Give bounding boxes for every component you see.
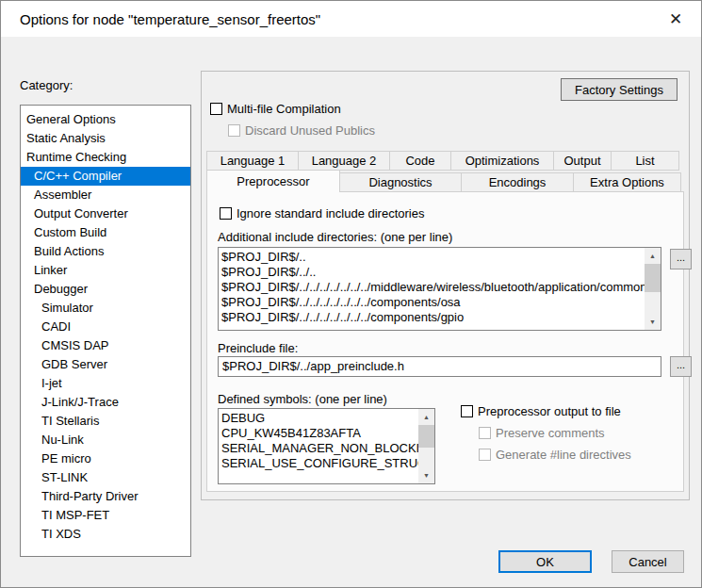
preprocessor-output-checkbox[interactable]: Preprocessor output to file [461,404,621,418]
category-item-c-c-compiler[interactable]: C/C++ Compiler [21,167,190,186]
category-item-ti-msp-fet[interactable]: TI MSP-FET [21,506,190,525]
preinclude-file-input[interactable]: $PROJ_DIR$/../app_preinclude.h [218,356,661,377]
dialog-title: Options for node "temperature_sensor_fre… [20,11,320,27]
include-dirs-label: Additional include directories: (one per… [218,230,452,244]
include-dirs-listbox[interactable]: ▲ ▼ $PROJ_DIR$/..$PROJ_DIR$/../..$PROJ_D… [218,247,661,331]
ignore-standard-include-checkbox[interactable]: Ignore standard include directories [220,206,424,220]
defined-symbol-row[interactable]: SERIAL_USE_CONFIGURE_STRUCTURE [219,456,418,471]
defined-symbols-listbox[interactable]: ▲ ▼ DEBUGCPU_KW45B41Z83AFTASERIAL_MANAGE… [218,408,435,484]
category-item-assembler[interactable]: Assembler [21,186,190,204]
tab-row-2: PreprocessorDiagnosticsEncodingsExtra Op… [206,171,684,192]
category-item-cadi[interactable]: CADI [21,318,190,336]
include-dir-row[interactable]: $PROJ_DIR$/../../../../../../../componen… [219,310,645,325]
discard-unused-publics-checkbox: Discard Unused Publics [228,123,375,138]
scroll-down-icon[interactable]: ▼ [645,314,661,330]
category-item-output-converter[interactable]: Output Converter [21,204,190,223]
ignore-standard-include-label: Ignore standard include directories [237,206,424,220]
category-item-simulator[interactable]: Simulator [21,299,190,318]
preinclude-file-label: Preinclude file: [218,341,298,355]
category-list: General OptionsStatic AnalysisRuntime Ch… [20,105,191,557]
defined-symbols-label: Defined symbols: (one per line) [218,392,387,406]
generate-line-directives-label: Generate #line directives [496,448,631,462]
category-item-ti-stellaris[interactable]: TI Stellaris [21,412,190,431]
browse-include-dirs-button[interactable]: ... [670,249,692,270]
options-dialog: Options for node "temperature_sensor_fre… [0,0,702,588]
preserve-comments-label: Preserve comments [496,426,605,440]
tab-row-1: Language 1Language 2CodeOptimizationsOut… [206,151,684,171]
factory-settings-button[interactable]: Factory Settings [561,78,678,101]
tab-extra-options[interactable]: Extra Options [573,172,681,192]
tab-output[interactable]: Output [553,151,612,171]
preserve-comments-checkbox: Preserve comments [479,426,605,440]
category-item-nu-link[interactable]: Nu-Link [21,431,190,449]
checkbox-box[interactable] [220,207,232,220]
category-item-static-analysis[interactable]: Static Analysis [21,129,190,148]
category-item-gdb-server[interactable]: GDB Server [21,355,190,374]
defined-symbol-row[interactable]: SERIAL_MANAGER_NON_BLOCKING_MODE [219,441,418,456]
category-item-i-jet[interactable]: I-jet [21,374,190,393]
tab-list[interactable]: List [611,151,679,171]
category-item-build-actions[interactable]: Build Actions [21,242,190,261]
scrollbar-thumb[interactable] [645,264,661,292]
checkbox-box [479,427,491,439]
checkbox-box[interactable] [210,103,222,115]
category-item-custom-build[interactable]: Custom Build [21,223,190,242]
category-item-ti-xds[interactable]: TI XDS [21,525,190,544]
checkbox-box[interactable] [461,405,473,417]
include-dir-row[interactable]: $PROJ_DIR$/../../../../../../../middlewa… [219,280,645,295]
category-item-j-link-j-trace[interactable]: J-Link/J-Trace [21,393,190,412]
close-icon[interactable]: ✕ [658,7,694,32]
category-label: Category: [20,78,73,92]
tab-code[interactable]: Code [389,151,451,171]
include-dir-row[interactable]: $PROJ_DIR$/../../../../../../../componen… [219,295,645,310]
multi-file-compilation-checkbox[interactable]: Multi-file Compilation [210,102,341,116]
defined-symbol-row[interactable]: CPU_KW45B41Z83AFTA [219,426,418,441]
category-item-third-party-driver[interactable]: Third-Party Driver [21,487,190,506]
generate-line-directives-checkbox: Generate #line directives [479,448,631,462]
scroll-up-icon[interactable]: ▲ [418,409,434,425]
category-item-general-options[interactable]: General Options [21,110,190,129]
defined-symbols-scrollbar[interactable]: ▲ ▼ [418,409,434,483]
discard-unused-publics-label: Discard Unused Publics [245,123,375,138]
scroll-down-icon[interactable]: ▼ [418,467,434,483]
category-item-runtime-checking[interactable]: Runtime Checking [21,148,190,167]
category-item-linker[interactable]: Linker [21,261,190,280]
tab-encodings[interactable]: Encodings [461,172,574,192]
tab-language-2[interactable]: Language 2 [298,151,390,171]
include-dir-row[interactable]: $PROJ_DIR$/.. [219,250,645,265]
include-dirs-scrollbar[interactable]: ▲ ▼ [645,248,661,330]
category-item-cmsis-dap[interactable]: CMSIS DAP [21,336,190,355]
cancel-button[interactable]: Cancel [612,550,684,573]
include-dir-row[interactable]: $PROJ_DIR$/../.. [219,265,645,280]
category-item-debugger[interactable]: Debugger [21,280,190,299]
ok-button[interactable]: OK [498,550,592,573]
checkbox-box [228,124,240,137]
defined-symbol-row[interactable]: DEBUG [219,411,418,426]
checkbox-box [479,449,491,461]
browse-preinclude-button[interactable]: ... [670,356,692,377]
tab-language-1[interactable]: Language 1 [206,151,299,171]
category-item-pe-micro[interactable]: PE micro [21,449,190,468]
scrollbar-thumb[interactable] [418,425,434,448]
scroll-up-icon[interactable]: ▲ [645,248,661,264]
tab-preprocessor[interactable]: Preprocessor [206,170,340,192]
multi-file-compilation-label: Multi-file Compilation [227,102,341,116]
category-item-st-link[interactable]: ST-LINK [21,468,190,487]
preprocessor-output-label: Preprocessor output to file [478,404,621,418]
tab-diagnostics[interactable]: Diagnostics [339,172,462,192]
tab-optimizations[interactable]: Optimizations [450,151,554,171]
title-bar: Options for node "temperature_sensor_fre… [1,1,701,37]
